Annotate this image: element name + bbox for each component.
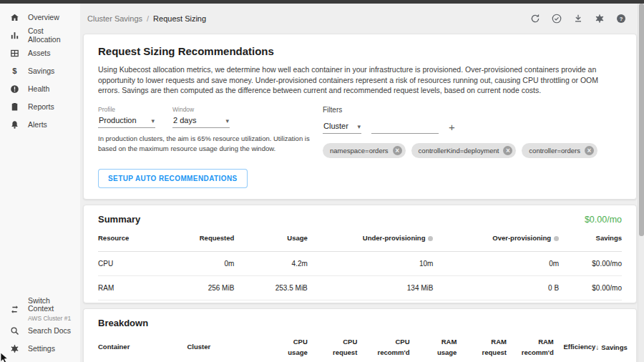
sidebar-item-overview[interactable]: Overview (0, 9, 80, 26)
add-filter-button[interactable]: + (449, 122, 455, 134)
breadcrumb: Cluster Savings Request Sizing (87, 14, 206, 23)
health-icon (9, 84, 20, 94)
filter-type-value: Cluster (323, 122, 348, 130)
gear-icon (9, 343, 20, 354)
filter-chip[interactable]: namespace=orders (323, 143, 406, 158)
description-text: Using Kubecost allocation metrics, we de… (98, 64, 622, 96)
table-cell: RAM (98, 275, 177, 300)
sidebar-item-sublabel: AWS Cluster #1 (28, 315, 77, 322)
column-header-over-provisioning: Over-provisioning (433, 226, 559, 251)
column-header-cpu-usage[interactable]: CPUusage (260, 330, 308, 362)
sidebar-item-switch-context[interactable]: Switch ContextAWS Cluster #1 (0, 297, 80, 322)
sidebar-item-label: Switch Context (28, 297, 77, 313)
refresh-icon[interactable] (530, 13, 541, 24)
chip-remove-icon[interactable] (393, 146, 402, 155)
sidebar-item-health[interactable]: Health (0, 80, 80, 98)
column-header-container[interactable]: Container (98, 330, 187, 362)
sidebar-item-label: Overview (28, 14, 59, 22)
column-header-ram-usage[interactable]: RAMusage (410, 330, 457, 362)
column-header-ram-request[interactable]: RAMrequest (457, 330, 507, 362)
table-cell: 0 B (433, 275, 559, 300)
gear-icon[interactable] (594, 13, 605, 24)
sidebar-item-reports[interactable]: Reports (0, 98, 80, 116)
chip-label: controllerKind=deployment (419, 147, 499, 155)
sidebar-item-settings[interactable]: Settings (0, 340, 80, 358)
table-cell: 4.2m (234, 251, 307, 275)
filter-chips: namespace=orderscontrollerKind=deploymen… (323, 143, 597, 158)
main-area: Cluster Savings Request Sizing ? Request… (80, 4, 644, 362)
profile-label: Profile (98, 106, 155, 113)
reports-icon (9, 102, 20, 112)
chip-remove-icon[interactable] (585, 146, 594, 155)
download-icon[interactable] (572, 13, 584, 24)
bell-icon (9, 119, 20, 130)
header-actions: ? (530, 13, 627, 24)
table-row: RAM256 MiB253.5 MiB134 MiB0 B$0.00/mo (98, 275, 622, 300)
window-select-group: Window 2 days (172, 106, 230, 128)
breadcrumb-request-sizing: Request Sizing (153, 14, 206, 23)
summary-title: Summary (98, 214, 140, 225)
chip-remove-icon[interactable] (503, 146, 512, 155)
profile-select[interactable]: Production (98, 114, 155, 128)
column-header-cpu-request[interactable]: CPUrequest (308, 330, 358, 362)
sidebar-item-label: Reports (28, 103, 54, 112)
setup-auto-recommendations-button[interactable]: SETUP AUTO RECOMMENDATIONS (98, 169, 248, 188)
sidebar-item-cost-allocation[interactable]: Cost Allocation (0, 26, 80, 44)
profile-value: Production (99, 116, 137, 124)
controls-row: Profile Production Window 2 days (98, 106, 622, 158)
sidebar-item-label: Savings (28, 67, 54, 76)
table-cell: 253.5 MiB (234, 275, 307, 300)
column-header-ram-recomm-d[interactable]: RAMrecomm'd (507, 330, 554, 362)
info-icon (428, 236, 433, 241)
window-value: 2 days (173, 116, 196, 124)
scrollbar-thumb[interactable] (639, 4, 644, 236)
sidebar: OverviewCost AllocationAssets$SavingsHea… (0, 4, 80, 362)
sidebar-bottom: Switch ContextAWS Cluster #1Search DocsS… (0, 297, 80, 358)
svg-text:$: $ (12, 67, 17, 75)
sidebar-item-alerts[interactable]: Alerts (0, 116, 80, 134)
profile-note: In production clusters, the aim is 65% r… (98, 134, 310, 154)
table-cell: CPU (98, 251, 177, 275)
window-select[interactable]: 2 days (172, 114, 230, 128)
app-root: OverviewCost AllocationAssets$SavingsHea… (0, 0, 644, 362)
filter-row: Cluster + (323, 119, 597, 134)
column-header-efficiency[interactable]: Efficiency (554, 330, 596, 362)
content: Request Sizing Recommendations Using Kub… (80, 34, 644, 362)
filters-column: Filters Cluster + namespace=orderscontro… (323, 106, 597, 158)
table-cell: 10m (308, 251, 434, 275)
summary-total-savings: $0.00/mo (585, 215, 622, 225)
check-circle-icon[interactable] (551, 13, 562, 24)
sidebar-item-assets[interactable]: Assets (0, 44, 80, 62)
column-header-savings[interactable]: ↓Savings (595, 330, 622, 362)
top-header: Cluster Savings Request Sizing ? (80, 4, 644, 34)
sidebar-item-label: Health (28, 85, 49, 94)
breadcrumb-cluster-savings[interactable]: Cluster Savings (87, 14, 142, 23)
table-cell: $0.00/mo (559, 275, 622, 300)
chevron-down-icon (151, 116, 155, 124)
sidebar-item-savings[interactable]: $Savings (0, 62, 80, 80)
column-header-cluster[interactable]: Cluster (187, 330, 260, 362)
sidebar-item-label: Search Docs (28, 327, 71, 336)
chevron-down-icon (225, 116, 229, 124)
filter-value-input[interactable] (371, 121, 439, 134)
bar-chart-icon (9, 30, 20, 41)
column-header-usage: Usage (234, 226, 307, 251)
table-cell: $0.00/mo (559, 251, 622, 275)
sort-desc-icon: ↓ (595, 343, 599, 351)
sidebar-item-search-docs[interactable]: Search Docs (0, 322, 80, 340)
sidebar-nav: OverviewCost AllocationAssets$SavingsHea… (0, 9, 80, 134)
filter-chip[interactable]: controller=orders (522, 143, 597, 158)
breakdown-title: Breakdown (98, 318, 148, 328)
filter-type-select[interactable]: Cluster (323, 119, 361, 134)
breakdown-card: Breakdown ContainerClusterCPUusageCPUreq… (83, 308, 637, 362)
column-header-cpu-recomm-d[interactable]: CPUrecomm'd (357, 330, 409, 362)
sidebar-item-label: Assets (28, 49, 51, 58)
table-row: CPU0m4.2m10m0m$0.00/mo (98, 251, 622, 275)
vertical-scrollbar[interactable] (638, 4, 644, 362)
filter-chip[interactable]: controllerKind=deployment (411, 143, 517, 158)
home-icon (9, 12, 20, 23)
info-icon (554, 236, 559, 241)
help-icon[interactable]: ? (615, 13, 627, 24)
svg-text:?: ? (620, 16, 623, 22)
breadcrumb-separator (147, 14, 149, 23)
